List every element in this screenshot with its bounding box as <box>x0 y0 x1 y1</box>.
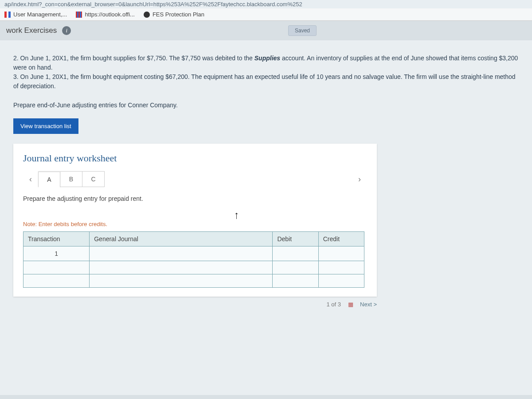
cell-debit[interactable] <box>273 246 318 261</box>
content-area: 2. On June 1, 20X1, the firm bought supp… <box>0 40 532 395</box>
grid-icon <box>76 12 82 18</box>
journal-table: Transaction General Journal Debit Credit… <box>23 231 364 288</box>
grid-view-icon[interactable]: ▦ <box>348 301 353 308</box>
cell-general-journal[interactable] <box>90 274 273 288</box>
cell-transaction: 1 <box>23 246 90 261</box>
entry-description: Prepare the adjusting entry for prepaid … <box>23 195 367 202</box>
cell-transaction <box>23 274 90 288</box>
table-row: 1 <box>23 246 364 261</box>
next-button[interactable]: Next > <box>360 301 377 308</box>
worksheet-footer: 1 of 3 ▦ Next > <box>13 301 377 308</box>
cell-credit[interactable] <box>318 246 364 261</box>
bookmark-label: https://outlook.offi... <box>85 11 135 18</box>
bookmark-label: FES Protection Plan <box>153 11 204 18</box>
page-header: work Exercises i Saved <box>0 21 532 40</box>
col-credit: Credit <box>318 232 364 246</box>
shield-icon <box>144 12 150 18</box>
col-general-journal: General Journal <box>90 232 273 246</box>
col-transaction: Transaction <box>23 232 90 246</box>
col-debit: Debit <box>273 232 318 246</box>
cell-debit[interactable] <box>273 274 318 288</box>
cursor-icon: ⭡ <box>233 212 240 220</box>
page-counter: 1 of 3 <box>327 301 341 308</box>
bookmark-user-mgmt[interactable]: User Management,... <box>4 11 67 18</box>
table-row <box>23 261 364 274</box>
instruction-text: Prepare end-of-June adjusting entries fo… <box>13 102 519 109</box>
chevron-right-icon[interactable]: › <box>352 172 367 187</box>
bookmarks-bar: User Management,... https://outlook.offi… <box>0 8 532 21</box>
view-transaction-list-button[interactable]: View transaction list <box>13 118 78 134</box>
cell-general-journal[interactable] <box>90 261 273 274</box>
tab-b[interactable]: B <box>60 171 82 187</box>
problem-text: 2. On June 1, 20X1, the firm bought supp… <box>13 54 519 91</box>
problem-2-bold: Supplies <box>254 55 280 62</box>
bookmark-outlook[interactable]: https://outlook.offi... <box>76 11 135 18</box>
problem-3: 3. On June 1, 20X1, the firm bought equi… <box>13 73 516 90</box>
bookmark-label: User Management,... <box>13 11 67 18</box>
cell-general-journal[interactable] <box>90 246 273 261</box>
table-row <box>23 274 364 288</box>
cell-transaction <box>23 261 90 274</box>
cell-debit[interactable] <box>273 261 318 274</box>
bookmark-fes[interactable]: FES Protection Plan <box>144 11 204 18</box>
page-title: work Exercises <box>6 26 57 35</box>
cell-credit[interactable] <box>318 261 364 274</box>
flag-icon <box>4 12 11 18</box>
chevron-left-icon[interactable]: ‹ <box>23 172 38 187</box>
url-bar[interactable]: ap/index.html?_con=con&external_browser=… <box>0 0 532 8</box>
tab-a[interactable]: A <box>38 172 60 188</box>
note-text: Note: Enter debits before credits. ⭡ <box>23 220 367 228</box>
problem-2a: 2. On June 1, 20X1, the firm bought supp… <box>13 55 254 62</box>
cell-credit[interactable] <box>318 274 364 288</box>
worksheet-tabs: ‹ A B C › <box>23 171 367 187</box>
worksheet-title: Journal entry worksheet <box>23 153 367 164</box>
saved-badge: Saved <box>288 25 317 36</box>
journal-worksheet-card: Journal entry worksheet ‹ A B C › Prepar… <box>13 144 377 297</box>
info-icon[interactable]: i <box>62 26 71 35</box>
tab-c[interactable]: C <box>82 171 105 187</box>
